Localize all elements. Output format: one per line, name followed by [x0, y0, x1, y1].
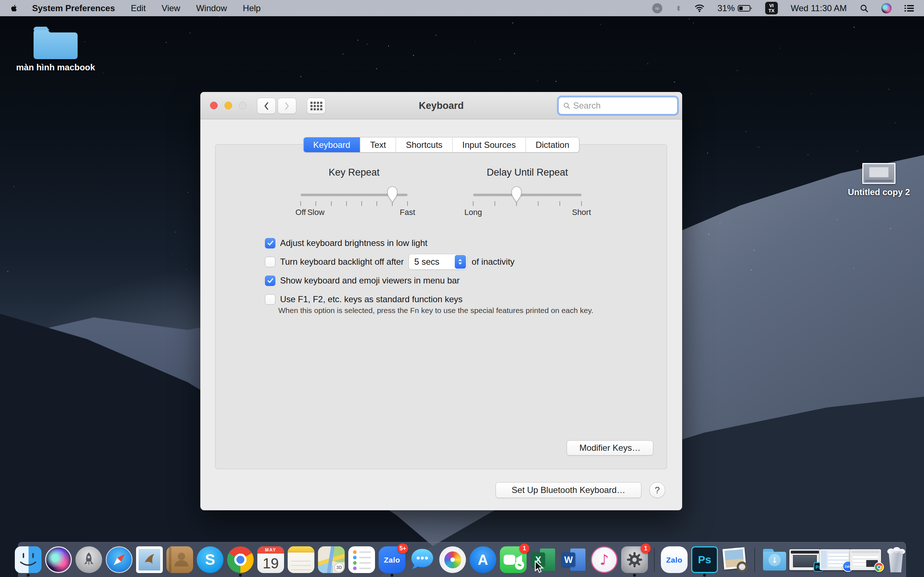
slider-thumb[interactable] — [510, 186, 523, 203]
key-repeat-slider[interactable]: OffSlowFast — [300, 187, 407, 229]
wifi-icon[interactable] — [695, 4, 704, 12]
dock-item-mail[interactable] — [136, 546, 163, 573]
checkbox-fn-keys[interactable] — [265, 294, 275, 305]
dock-item-chrome[interactable] — [227, 546, 254, 573]
dock-item-itunes[interactable]: ♪ — [591, 546, 617, 573]
dock-item-photos[interactable] — [439, 546, 466, 573]
dock-item-messages[interactable] — [409, 546, 436, 573]
dock-item-preview[interactable] — [722, 546, 748, 573]
dock-item-downloads[interactable]: ↓ — [761, 546, 788, 573]
appstore-icon: A — [470, 546, 496, 573]
desktop-folder[interactable]: màn hình macbook — [17, 24, 94, 73]
menu-help[interactable]: Help — [243, 3, 261, 13]
creative-cloud-icon[interactable]: ∞ — [652, 3, 662, 13]
messages-icon — [409, 546, 436, 573]
keyboard-pane: Key Repeat Delay Until Repeat OffSlowFas… — [215, 144, 667, 469]
desktop-folder-label: màn hình macbook — [16, 62, 95, 73]
menu-view[interactable]: View — [162, 3, 181, 13]
slider-tick — [581, 201, 582, 206]
slider-thumb[interactable] — [386, 186, 399, 203]
bluetooth-icon[interactable] — [675, 4, 682, 13]
dock-item-contacts[interactable] — [166, 546, 193, 573]
dock-item-calendar[interactable]: MAY19 — [257, 546, 284, 573]
modifier-keys-button[interactable]: Modifier Keys… — [567, 440, 653, 456]
check-icon — [267, 239, 274, 247]
notification-center-icon[interactable] — [905, 5, 914, 12]
tab-dictation[interactable]: Dictation — [525, 137, 579, 152]
menubar-app-name[interactable]: System Preferences — [32, 3, 115, 13]
help-button[interactable]: ? — [649, 482, 665, 498]
forward-button[interactable] — [278, 98, 296, 114]
dock-item-trash[interactable] — [882, 546, 909, 573]
dock-item-skype[interactable]: S — [197, 546, 223, 573]
input-source-icon[interactable]: VI TX — [765, 2, 778, 15]
battery-status[interactable]: 31% — [717, 3, 752, 13]
back-button[interactable] — [257, 98, 276, 114]
dock-item-zalo-light[interactable]: Zalo — [661, 546, 688, 573]
menu-edit[interactable]: Edit — [131, 3, 145, 13]
checkbox-adjust-brightness[interactable] — [265, 238, 275, 248]
window-titlebar[interactable] — [200, 92, 682, 119]
dock-item-min-chrome[interactable] — [852, 546, 879, 573]
search-input[interactable] — [573, 101, 673, 111]
dock-item-excel[interactable]: X — [530, 546, 557, 573]
dock-item-maps[interactable]: 3D — [318, 546, 345, 573]
dock-item-appstore[interactable]: A — [470, 546, 496, 573]
tab-keyboard[interactable]: Keyboard — [304, 137, 360, 152]
close-button[interactable] — [210, 102, 218, 109]
dock-item-zalo[interactable]: Zalo5+ — [379, 546, 405, 573]
menubar-clock[interactable]: Wed 11:30 AM — [791, 3, 847, 13]
dock-item-finder[interactable] — [15, 546, 42, 573]
battery-icon — [738, 4, 752, 12]
setup-bluetooth-keyboard-button[interactable]: Set Up Bluetooth Keyboard… — [496, 482, 641, 498]
tab-input-sources[interactable]: Input Sources — [452, 137, 525, 152]
dock-item-word[interactable]: W — [561, 546, 587, 573]
menu-window[interactable]: Window — [196, 3, 227, 13]
slider-tick-label: Short — [572, 208, 591, 217]
contacts-icon — [166, 546, 193, 573]
zalo-light-icon: Zalo — [661, 546, 688, 573]
show-all-button[interactable] — [307, 98, 326, 114]
tab-shortcuts[interactable]: Shortcuts — [396, 137, 452, 152]
apple-menu-icon[interactable] — [10, 4, 18, 12]
itunes-icon: ♪ — [591, 546, 617, 573]
dock-item-min-zalo[interactable]: Zalo — [822, 546, 848, 573]
safari-icon — [106, 546, 132, 573]
dock-item-siri[interactable] — [45, 546, 72, 573]
minimize-button[interactable] — [225, 102, 232, 109]
dock-item-facetime[interactable]: 1 — [500, 546, 527, 573]
check-icon — [267, 277, 274, 285]
spotlight-icon[interactable] — [860, 4, 868, 13]
delay-until-repeat-slider[interactable]: LongShort — [473, 187, 582, 229]
dock-item-photoshop[interactable]: Ps — [691, 546, 718, 573]
checkbox-show-viewers[interactable] — [265, 276, 275, 286]
dock-item-safari[interactable] — [106, 546, 132, 573]
slider-track[interactable] — [473, 193, 582, 196]
checkbox-backlight-off[interactable] — [265, 257, 275, 267]
dock-item-min-photoshop[interactable]: Ps — [792, 546, 818, 573]
siri-icon — [45, 546, 72, 573]
dock-item-sysprefs[interactable]: 1 — [621, 546, 648, 573]
slider-tick — [538, 201, 538, 206]
dock: SMAY193DZalo5+A1XW♪1ZaloPs↓PsZalo — [18, 542, 906, 577]
dock-item-reminders[interactable] — [348, 546, 375, 573]
stepper-control[interactable] — [455, 255, 466, 269]
search-field[interactable] — [558, 97, 677, 114]
checkbox-row-fn-keys: Use F1, F2, etc. keys as standard functi… — [265, 293, 463, 306]
trash-icon — [882, 546, 909, 573]
slider-tick — [473, 201, 473, 206]
photoshop-icon: Ps — [691, 546, 718, 573]
dock-item-notes[interactable] — [288, 546, 314, 573]
backlight-timeout-dropdown[interactable]: 5 secs — [409, 254, 467, 270]
notification-badge: 1 — [641, 543, 651, 554]
notification-badge: 1 — [519, 543, 530, 554]
dock-separator — [754, 548, 755, 572]
desktop-file[interactable]: Untitled copy 2 — [841, 163, 917, 197]
tab-text[interactable]: Text — [360, 137, 396, 152]
photos-icon — [439, 546, 466, 573]
siri-icon[interactable] — [881, 3, 892, 13]
dock-item-launchpad[interactable] — [76, 546, 102, 573]
key-repeat-title: Key Repeat — [300, 167, 408, 178]
search-icon — [563, 102, 570, 110]
desktop-file-label: Untitled copy 2 — [848, 187, 910, 197]
